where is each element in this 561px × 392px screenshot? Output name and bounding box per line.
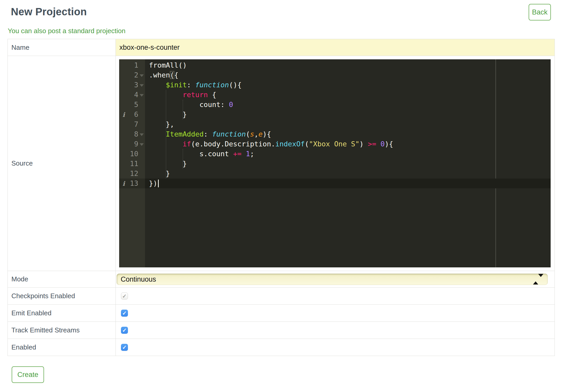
create-button[interactable]: Create	[12, 366, 44, 383]
fold-toggle-icon[interactable]	[140, 74, 144, 77]
gutter-line-5: 5	[119, 100, 145, 110]
code-line-5: count: 0	[145, 100, 551, 110]
code-line-3: $init: function(){	[145, 80, 551, 90]
page-title: New Projection	[11, 6, 555, 18]
checkbox-label-emit-enabled: Emit Enabled	[8, 305, 116, 322]
new-projection-page: New Projection Back You can also post a …	[0, 6, 561, 383]
mode-label: Mode	[8, 271, 116, 288]
info-annotation-icon: i	[123, 110, 125, 120]
checkmark-icon: ✓	[122, 345, 127, 350]
fold-toggle-icon[interactable]	[140, 94, 144, 97]
source-row: Source 12345i6789101112i13 fromAll().whe…	[8, 56, 555, 271]
text-cursor	[158, 180, 159, 187]
checkbox-emit-enabled[interactable]: ✓	[121, 310, 128, 317]
code-line-2: .when({	[145, 70, 551, 80]
projection-form-table: Name Source 12345i6789101112i13 fromAll(…	[8, 39, 555, 356]
code-line-7: },	[145, 119, 551, 129]
gutter-line-13: i13	[119, 179, 145, 188]
code-line-4: return {	[145, 90, 551, 100]
gutter-line-10: 10	[119, 149, 145, 159]
mode-row: Mode Continuous	[8, 271, 555, 288]
gutter-line-11: 11	[119, 159, 145, 169]
code-line-1: fromAll()	[145, 60, 551, 70]
checkbox-row: Enabled✓	[8, 339, 555, 356]
checkmark-icon: ✓	[122, 327, 127, 333]
checkbox-track-emitted-streams[interactable]: ✓	[121, 327, 128, 334]
checkbox-enabled[interactable]: ✓	[121, 344, 128, 351]
name-label: Name	[8, 39, 116, 56]
checkbox-checkpoints-enabled: ✓	[121, 293, 128, 300]
code-line-12: }	[145, 169, 551, 179]
checkmark-icon: ✓	[122, 310, 127, 316]
back-button[interactable]: Back	[529, 4, 551, 20]
projection-name-input[interactable]	[116, 39, 555, 55]
editor-code-area[interactable]: fromAll().when({ $init: function(){ retu…	[145, 60, 551, 188]
checkmark-icon: ✓	[122, 294, 127, 299]
checkbox-row: Checkpoints Enabled✓	[8, 288, 555, 305]
checkbox-label-enabled: Enabled	[8, 339, 116, 356]
checkbox-row: Emit Enabled✓	[8, 305, 555, 322]
fold-toggle-icon[interactable]	[140, 143, 144, 146]
code-line-6: }	[145, 110, 551, 119]
gutter-line-9: 9	[119, 139, 145, 149]
source-label: Source	[8, 56, 116, 271]
code-line-8: ItemAdded: function(s,e){	[145, 129, 551, 139]
checkbox-label-checkpoints-enabled: Checkpoints Enabled	[8, 288, 116, 305]
source-code-editor[interactable]: 12345i6789101112i13 fromAll().when({ $in…	[119, 59, 551, 267]
gutter-line-6: i6	[119, 110, 145, 119]
editor-gutter: 12345i6789101112i13	[119, 59, 145, 267]
code-line-13: })	[145, 179, 551, 188]
gutter-line-8: 8	[119, 129, 145, 139]
standard-projection-link[interactable]: You can also post a standard projection	[8, 27, 125, 35]
code-line-11: }	[145, 159, 551, 169]
fold-toggle-icon[interactable]	[140, 84, 144, 87]
gutter-line-1: 1	[119, 60, 145, 70]
name-row: Name	[8, 39, 555, 56]
fold-toggle-icon[interactable]	[140, 133, 144, 136]
gutter-line-12: 12	[119, 169, 145, 179]
gutter-line-4: 4	[119, 90, 145, 100]
info-annotation-icon: i	[123, 179, 125, 189]
gutter-line-7: 7	[119, 119, 145, 129]
checkbox-label-track-emitted-streams: Track Emitted Streams	[8, 322, 116, 339]
checkbox-row: Track Emitted Streams✓	[8, 322, 555, 339]
mode-select[interactable]: Continuous	[117, 274, 548, 285]
code-line-9: if(e.body.Description.indexOf("Xbox One …	[145, 139, 551, 149]
gutter-line-3: 3	[119, 80, 145, 90]
gutter-line-2: 2	[119, 70, 145, 80]
code-line-10: s.count += 1;	[145, 149, 551, 159]
